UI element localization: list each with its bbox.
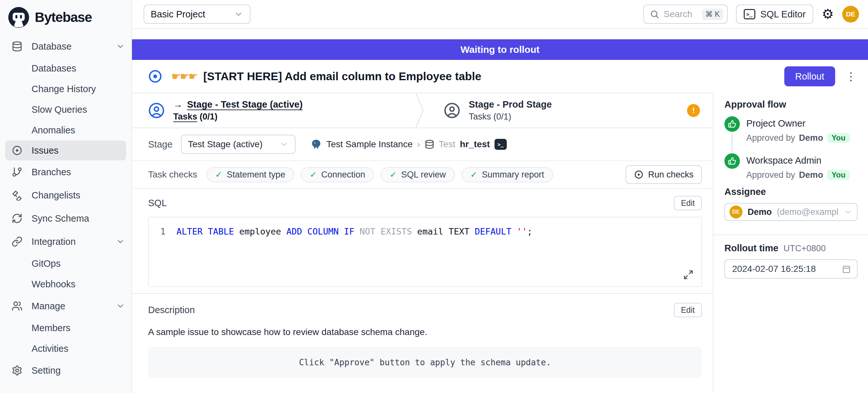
chevron-down-icon [843, 207, 852, 216]
description-edit-button[interactable]: Edit [674, 303, 702, 317]
sidebar-item-changelists[interactable]: Changelists [0, 184, 131, 207]
sidebar-item-anomalies[interactable]: Anomalies [0, 120, 131, 141]
approval-steps: Project Owner Approved by Demo You [724, 116, 858, 180]
main-column: Basic Project Search ⌘ K >_ SQL Editor ⚙… [132, 0, 868, 393]
warning-badge: ! [687, 104, 700, 117]
chevron-down-icon [116, 302, 125, 310]
gear-icon [11, 365, 23, 376]
task-checks-row: Task checks ✓ Statement type ✓ Connectio… [132, 161, 713, 189]
sidebar-item-gitops[interactable]: GitOps [0, 253, 131, 274]
instance-name[interactable]: Test Sample Instance [327, 139, 413, 149]
sidebar-item-sync-schema[interactable]: Sync Schema [0, 207, 131, 230]
stage-select[interactable]: Test Stage (active) [181, 134, 296, 154]
stage-label: Stage [148, 139, 173, 150]
stage-tab-prod[interactable]: Stage - Prod Stage Tasks (0/1) ! [424, 93, 713, 127]
description-section: Description Edit A sample issue to showc… [132, 294, 713, 378]
search-icon [650, 9, 659, 19]
postgresql-icon [310, 139, 322, 150]
sidebar-item-change-history[interactable]: Change History [0, 79, 131, 99]
sql-edit-button[interactable]: Edit [674, 196, 702, 210]
sidebar-item-slow-queries[interactable]: Slow Queries [0, 99, 131, 120]
open-sql-editor-icon[interactable]: >_ [495, 139, 507, 150]
chevron-right-icon: › [417, 139, 420, 149]
approval-role: Workspace Admin [746, 155, 850, 166]
stage-strip: → Stage - Test Stage (active) Tasks (0/1… [132, 93, 713, 128]
sidebar-item-setting[interactable]: Setting [0, 359, 131, 382]
user-avatar[interactable]: DE [842, 6, 859, 23]
search-input[interactable]: Search ⌘ K [643, 4, 727, 24]
check-mark-icon: ✓ [390, 170, 397, 180]
issue-title-row: ☛☛☛ [START HERE] Add email column to Emp… [132, 60, 868, 93]
calendar-icon [842, 264, 851, 274]
sidebar-item-label: Database [32, 41, 71, 52]
database-breadcrumb: Test Sample Instance › Test hr_test >_ [310, 139, 507, 150]
issue-sidebar: Approval flow Project Owner Approv [713, 93, 868, 393]
approval-role: Project Owner [746, 118, 850, 129]
arrow-right-icon: → [173, 99, 183, 110]
task-checks-label: Task checks [148, 170, 197, 180]
git-branch-icon [11, 167, 23, 178]
chevron-down-icon [234, 9, 243, 19]
check-pill-statement-type[interactable]: ✓ Statement type [206, 167, 294, 182]
sql-section: SQL Edit 1 ALTER TABLE employee ADD COLU… [132, 189, 713, 294]
assignee-select[interactable]: DE Demo (demo@example [724, 203, 858, 221]
database-name[interactable]: hr_test [460, 139, 490, 149]
sidebar-item-database[interactable]: Database [0, 35, 131, 58]
settings-gear-icon[interactable]: ⚙ [822, 7, 834, 21]
check-pill-summary-report[interactable]: ✓ Summary report [461, 167, 553, 182]
issue-body: → Stage - Test Stage (active) Tasks (0/1… [132, 93, 868, 393]
sidebar-item-integration[interactable]: Integration [0, 230, 131, 253]
description-text: A sample issue to showcase how to review… [148, 327, 702, 337]
stage-tab-test[interactable]: → Stage - Test Stage (active) Tasks (0/1… [132, 93, 415, 127]
sql-heading: SQL [148, 198, 167, 208]
step-connector [732, 134, 733, 151]
sync-refresh-icon [11, 213, 23, 224]
sidebar-item-activities[interactable]: Activities [0, 338, 131, 359]
link-icon [11, 236, 23, 247]
timezone-label: UTC+0800 [784, 244, 826, 253]
sidebar-item-branches[interactable]: Branches [0, 160, 131, 184]
sql-editor-button[interactable]: >_ SQL Editor [736, 4, 814, 24]
thumbs-up-icon [724, 153, 740, 169]
pencil-ruler-icon [11, 190, 23, 201]
check-pill-sql-review[interactable]: ✓ SQL review [380, 167, 455, 182]
expand-icon[interactable] [683, 270, 693, 280]
approver-name: Demo [799, 133, 823, 143]
you-badge: You [827, 170, 850, 180]
sidebar-item-issues[interactable]: Issues [5, 141, 126, 160]
rollout-button[interactable]: Rollout [784, 66, 835, 86]
topbar-gap [132, 29, 868, 39]
sidebar-item-members[interactable]: Members [0, 318, 131, 338]
sql-statement: ALTER TABLE employee ADD COLUMN IF NOT E… [177, 225, 532, 238]
description-heading: Description [148, 305, 195, 315]
issues-icon [11, 145, 23, 156]
users-icon [11, 301, 23, 311]
sidebar-item-webhooks[interactable]: Webhooks [0, 274, 131, 295]
sidebar-item-databases[interactable]: Databases [0, 58, 131, 79]
bytebase-logo-icon [8, 6, 30, 28]
tasks-link[interactable]: Tasks [173, 112, 197, 121]
issue-content: → Stage - Test Stage (active) Tasks (0/1… [132, 93, 713, 393]
rollout-time-input[interactable]: 2024-02-07 16:25:18 [724, 259, 858, 279]
check-pill-connection[interactable]: ✓ Connection [301, 167, 374, 182]
database-icon [11, 41, 23, 52]
run-checks-button[interactable]: Run checks [626, 165, 702, 184]
issue-title: [START HERE] Add email column to Employe… [203, 70, 481, 83]
sidebar-item-manage[interactable]: Manage [0, 295, 131, 318]
sql-editor[interactable]: 1 ALTER TABLE employee ADD COLUMN IF NOT… [148, 217, 702, 287]
bytebase-logo[interactable]: Bytebase [0, 0, 131, 32]
user-circle-icon [148, 102, 165, 119]
search-placeholder: Search [664, 9, 692, 19]
kebab-menu-icon[interactable]: ⋮ [845, 70, 857, 83]
chevron-down-icon [116, 237, 125, 246]
rollout-time-heading: Rollout time UTC+0800 [724, 243, 858, 253]
status-banner: Waiting to rollout [132, 39, 868, 60]
topbar: Basic Project Search ⌘ K >_ SQL Editor ⚙… [132, 0, 868, 29]
user-circle-icon [444, 102, 460, 119]
line-number: 1 [149, 225, 165, 238]
approval-step: Project Owner Approved by Demo You [724, 116, 858, 153]
stage-name[interactable]: Stage - Test Stage (active) [187, 99, 303, 110]
project-selector[interactable]: Basic Project [144, 4, 250, 24]
thumbs-up-icon [724, 116, 740, 132]
you-badge: You [827, 133, 850, 143]
